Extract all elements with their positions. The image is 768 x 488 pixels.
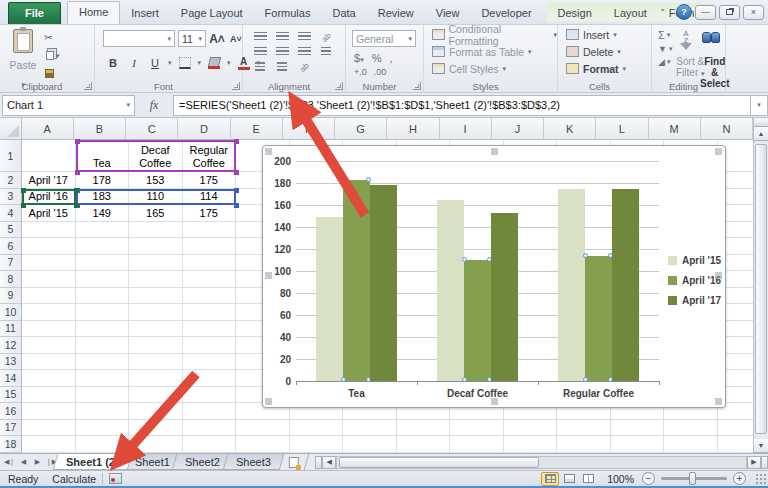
select-all-corner[interactable]: [0, 118, 22, 140]
cell-D7[interactable]: [183, 255, 237, 272]
cell-K18[interactable]: [557, 436, 611, 453]
cell-M18[interactable]: [664, 436, 718, 453]
cell-D1[interactable]: Regular Coffee: [183, 140, 237, 172]
chart-selection-handle[interactable]: [265, 148, 269, 152]
legend-item-April '16[interactable]: April '16: [668, 270, 721, 290]
cell-A8[interactable]: [22, 271, 76, 288]
align-middle-icon[interactable]: [276, 32, 289, 41]
clipboard-dialog-launcher-icon[interactable]: [84, 82, 92, 90]
cell-D11[interactable]: [183, 321, 237, 338]
format-cells-button[interactable]: Format▾: [566, 61, 651, 76]
help-icon[interactable]: ?: [676, 4, 692, 20]
next-sheet-button[interactable]: ▶: [31, 456, 44, 469]
cell-C2[interactable]: 153: [129, 172, 183, 189]
row-header-12[interactable]: 12: [0, 337, 22, 354]
align-center-icon[interactable]: [276, 47, 289, 56]
column-header-L[interactable]: L: [596, 118, 648, 140]
font-dialog-launcher-icon[interactable]: [232, 82, 240, 90]
chart-selection-handle[interactable]: [715, 398, 719, 402]
cell-A12[interactable]: [22, 337, 76, 354]
cell-D13[interactable]: [183, 354, 237, 371]
cell-B12[interactable]: [76, 337, 130, 354]
bold-button[interactable]: B: [105, 55, 121, 71]
row-header-5[interactable]: 5: [0, 222, 22, 239]
zoom-in-button[interactable]: +: [733, 472, 746, 485]
cell-B6[interactable]: [76, 238, 130, 255]
row-header-7[interactable]: 7: [0, 255, 22, 272]
bar-April '16-Decaf Coffee[interactable]: [464, 260, 491, 381]
cell-C18[interactable]: [129, 436, 183, 453]
vertical-split-handle[interactable]: [754, 118, 768, 127]
minimize-ribbon-icon[interactable]: ⌃: [652, 5, 673, 20]
tab-review[interactable]: Review: [367, 3, 425, 24]
cell-B4[interactable]: 149: [76, 205, 130, 222]
scroll-left-button[interactable]: ◀: [322, 456, 336, 469]
sort-filter-button[interactable]: AZ: [680, 30, 692, 51]
cell-A5[interactable]: [22, 222, 76, 239]
cell-C15[interactable]: [129, 387, 183, 404]
vertical-scroll-thumb[interactable]: [755, 144, 767, 434]
sheet-tab-sheet1-2[interactable]: Sheet1 (2): [53, 454, 132, 470]
row-header-14[interactable]: 14: [0, 370, 22, 387]
column-header-H[interactable]: H: [387, 118, 439, 140]
column-header-B[interactable]: B: [74, 118, 126, 140]
borders-button[interactable]: [177, 55, 193, 71]
cell-B15[interactable]: [76, 387, 130, 404]
window-restore-button[interactable]: [719, 5, 740, 20]
cell-B14[interactable]: [76, 370, 130, 387]
cell-B2[interactable]: 178: [76, 172, 130, 189]
cell-A6[interactable]: [22, 238, 76, 255]
cell-B13[interactable]: [76, 354, 130, 371]
cell-A16[interactable]: [22, 403, 76, 420]
cut-button[interactable]: ✂: [44, 31, 74, 44]
cell-D15[interactable]: [183, 387, 237, 404]
cell-C7[interactable]: [129, 255, 183, 272]
cell-C6[interactable]: [129, 238, 183, 255]
cell-D2[interactable]: 175: [183, 172, 237, 189]
cell-A4[interactable]: April '15: [22, 205, 76, 222]
legend-item-April '17[interactable]: April '17: [668, 290, 721, 310]
first-sheet-button[interactable]: ◀❘: [3, 456, 16, 469]
cell-D14[interactable]: [183, 370, 237, 387]
cell-A3[interactable]: April '16: [22, 189, 76, 206]
cell-B9[interactable]: [76, 288, 130, 305]
cell-M17[interactable]: [664, 420, 718, 437]
cell-A15[interactable]: [22, 387, 76, 404]
expand-formula-bar-icon[interactable]: ▾: [750, 95, 768, 116]
calculate-indicator[interactable]: Calculate: [52, 473, 96, 485]
bar-April '16-Tea[interactable]: [343, 180, 370, 381]
cell-C12[interactable]: [129, 337, 183, 354]
row-header-8[interactable]: 8: [0, 271, 22, 288]
cell-G17[interactable]: [343, 420, 397, 437]
row-header-10[interactable]: 10: [0, 304, 22, 321]
alignment-dialog-launcher-icon[interactable]: [335, 82, 343, 90]
copy-button[interactable]: ▾: [44, 49, 74, 62]
font-size-select[interactable]: 11▾: [178, 30, 206, 47]
row-header-16[interactable]: 16: [0, 403, 22, 420]
cell-E17[interactable]: [236, 420, 290, 437]
cell-D12[interactable]: [183, 337, 237, 354]
cell-D3[interactable]: 114: [183, 189, 237, 206]
cell-J17[interactable]: [504, 420, 558, 437]
format-painter-button[interactable]: [44, 67, 74, 80]
cell-B11[interactable]: [76, 321, 130, 338]
fill-color-button[interactable]: [206, 55, 222, 71]
increase-indent-icon[interactable]: [277, 62, 287, 71]
conditional-formatting-button[interactable]: Conditional Formatting▾: [432, 27, 557, 42]
align-right-icon[interactable]: [298, 47, 311, 56]
cell-D18[interactable]: [183, 436, 237, 453]
macro-record-icon[interactable]: [109, 473, 122, 484]
insert-cells-button[interactable]: Insert▾: [566, 27, 651, 42]
tab-data[interactable]: Data: [321, 3, 366, 24]
scroll-split-handle[interactable]: [761, 456, 768, 469]
cell-A17[interactable]: [22, 420, 76, 437]
column-header-C[interactable]: C: [126, 118, 178, 140]
zoom-slider[interactable]: [661, 477, 727, 480]
decrease-indent-icon[interactable]: [255, 62, 265, 71]
chart-plot-area[interactable]: 020406080100120140160180200TeaDecaf Coff…: [296, 161, 659, 381]
tab-design[interactable]: Design: [547, 3, 603, 24]
autosum-button[interactable]: Σ▾: [658, 29, 672, 41]
accounting-format-button[interactable]: $▾: [354, 52, 364, 64]
page-break-view-button[interactable]: [579, 472, 597, 486]
column-header-A[interactable]: A: [22, 118, 74, 140]
